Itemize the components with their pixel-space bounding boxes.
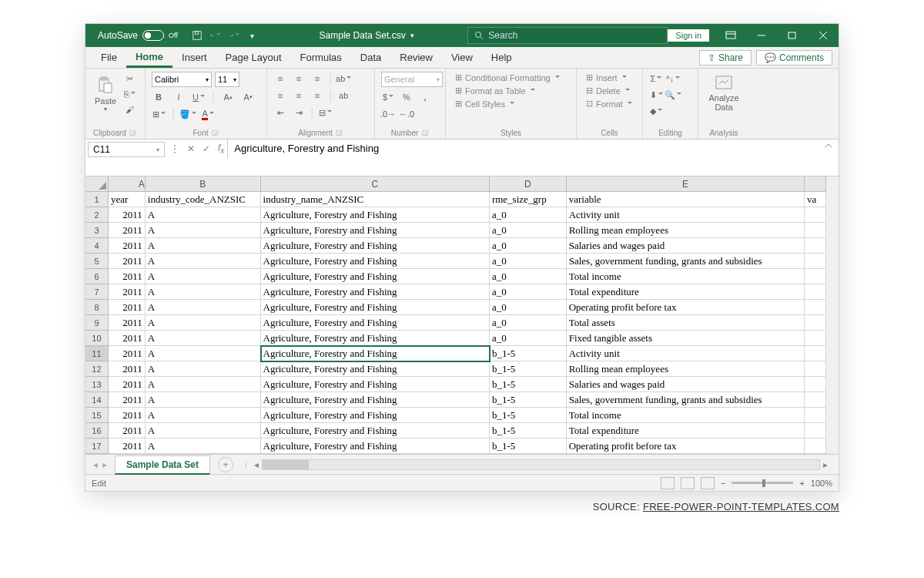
cell[interactable]: a_0: [490, 284, 567, 300]
close-icon[interactable]: [808, 24, 839, 47]
cell[interactable]: b_1-5: [490, 423, 567, 439]
save-icon[interactable]: [192, 30, 203, 41]
cell[interactable]: Total expenditure: [567, 423, 805, 439]
maximize-icon[interactable]: [777, 24, 808, 47]
cell[interactable]: 2011: [109, 377, 146, 392]
cell[interactable]: Salaries and wages paid: [567, 377, 805, 392]
cell[interactable]: A: [146, 361, 261, 377]
delete-cells-button[interactable]: ⊟Delete: [583, 85, 636, 96]
cell[interactable]: [805, 238, 826, 254]
zoom-slider[interactable]: [732, 482, 793, 484]
row-header[interactable]: 4: [85, 238, 109, 254]
cell[interactable]: [805, 423, 826, 439]
cell[interactable]: Salaries and wages paid: [567, 238, 805, 254]
page-layout-view-icon[interactable]: [681, 477, 695, 489]
cell[interactable]: 2011: [109, 315, 146, 331]
cell[interactable]: 2011: [109, 408, 146, 423]
cell[interactable]: [805, 315, 826, 331]
cell[interactable]: b_1-5: [490, 439, 567, 454]
comments-button[interactable]: 💬Comments: [756, 50, 832, 66]
cell[interactable]: Agriculture, Forestry and Fishing: [261, 439, 490, 454]
tab-data[interactable]: Data: [351, 49, 390, 66]
cell[interactable]: b_1-5: [490, 361, 567, 377]
tab-help[interactable]: Help: [482, 49, 521, 66]
cell[interactable]: A: [146, 254, 261, 269]
col-header-D[interactable]: D: [490, 176, 567, 192]
cell[interactable]: [805, 254, 826, 269]
find-icon[interactable]: 🔍: [666, 88, 680, 102]
cell[interactable]: A: [146, 331, 261, 346]
cell[interactable]: 2011: [109, 392, 146, 408]
align-center-icon[interactable]: ≡: [292, 89, 306, 102]
cell[interactable]: 2011: [109, 223, 146, 238]
cell[interactable]: industry_code_ANZSIC: [146, 192, 261, 207]
autosum-icon[interactable]: Σ: [649, 72, 663, 86]
search-input[interactable]: Search: [467, 27, 668, 44]
align-middle-icon[interactable]: ≡: [292, 72, 306, 86]
cell[interactable]: [805, 331, 826, 346]
cell[interactable]: a_0: [490, 269, 567, 284]
ribbon-display-icon[interactable]: [715, 24, 746, 47]
font-name-select[interactable]: Calibri▾: [152, 72, 212, 87]
format-painter-icon[interactable]: 🖌: [122, 102, 136, 116]
cell[interactable]: Agriculture, Forestry and Fishing: [261, 346, 490, 361]
cell[interactable]: year: [109, 192, 146, 207]
cell[interactable]: a_0: [490, 238, 567, 254]
comma-icon[interactable]: ,: [418, 90, 432, 104]
cell[interactable]: A: [146, 238, 261, 254]
autosave-toggle[interactable]: AutoSave Off: [85, 30, 184, 41]
cell[interactable]: [805, 346, 826, 361]
normal-view-icon[interactable]: [661, 477, 675, 489]
cell[interactable]: 2011: [109, 439, 146, 454]
tab-nav-next-icon[interactable]: ▸: [102, 459, 107, 470]
row-header[interactable]: 7: [85, 284, 109, 300]
cell[interactable]: [805, 223, 826, 238]
fill-icon[interactable]: ⬇: [649, 88, 663, 102]
cell[interactable]: [805, 207, 826, 223]
dialog-launcher-icon[interactable]: ◲: [129, 129, 137, 136]
cell[interactable]: 2011: [109, 284, 146, 300]
italic-button[interactable]: I: [172, 90, 186, 104]
row-header[interactable]: 14: [85, 392, 109, 408]
cell[interactable]: A: [146, 315, 261, 331]
enter-formula-icon[interactable]: ✓: [203, 143, 210, 154]
cell[interactable]: [805, 300, 826, 315]
cell[interactable]: [805, 392, 826, 408]
increase-font-icon[interactable]: A▴: [221, 90, 235, 104]
row-header[interactable]: 3: [85, 223, 109, 238]
cell[interactable]: b_1-5: [490, 346, 567, 361]
col-header-C[interactable]: C: [261, 176, 490, 192]
decrease-font-icon[interactable]: A▾: [241, 90, 255, 104]
sheet-tab[interactable]: Sample Data Set: [115, 455, 210, 475]
cell[interactable]: 2011: [109, 300, 146, 315]
row-header[interactable]: 2: [85, 207, 109, 223]
sort-filter-icon[interactable]: ᴬ↓: [666, 72, 680, 86]
filename-dropdown-icon[interactable]: ▾: [410, 32, 414, 39]
cell[interactable]: Agriculture, Forestry and Fishing: [261, 315, 490, 331]
row-header[interactable]: 1: [85, 192, 109, 207]
bold-button[interactable]: B: [152, 90, 166, 104]
cell[interactable]: 2011: [109, 361, 146, 377]
cell[interactable]: Rolling mean employees: [567, 223, 805, 238]
cell[interactable]: b_1-5: [490, 392, 567, 408]
vertical-scrollbar[interactable]: [826, 176, 839, 454]
cell[interactable]: 2011: [109, 254, 146, 269]
cell[interactable]: A: [146, 269, 261, 284]
cell[interactable]: b_1-5: [490, 408, 567, 423]
cell[interactable]: variable: [567, 192, 805, 207]
cell[interactable]: Total assets: [567, 315, 805, 331]
cell[interactable]: 2011: [109, 331, 146, 346]
share-button[interactable]: ⇪Share: [699, 50, 752, 66]
cell[interactable]: Activity unit: [567, 207, 805, 223]
zoom-level[interactable]: 100%: [811, 479, 832, 488]
cell[interactable]: [805, 439, 826, 454]
cell[interactable]: [805, 377, 826, 392]
cell[interactable]: Agriculture, Forestry and Fishing: [261, 361, 490, 377]
cell[interactable]: A: [146, 408, 261, 423]
cell[interactable]: Agriculture, Forestry and Fishing: [261, 254, 490, 269]
cell[interactable]: Rolling mean employees: [567, 361, 805, 377]
align-bottom-icon[interactable]: ≡: [310, 72, 324, 86]
redo-icon[interactable]: [229, 30, 239, 41]
font-size-select[interactable]: 11▾: [215, 72, 239, 87]
tab-home[interactable]: Home: [126, 48, 172, 68]
